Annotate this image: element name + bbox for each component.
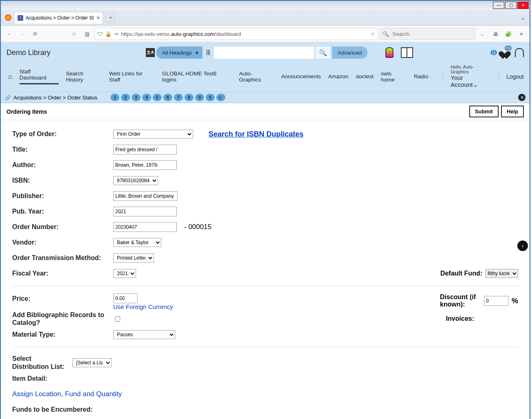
step-pill[interactable]: 9 bbox=[195, 94, 204, 101]
account-name: Your Account⌄ bbox=[451, 74, 491, 88]
back-button[interactable]: ← bbox=[3, 28, 15, 40]
title-input[interactable] bbox=[113, 145, 177, 154]
extensions-icon[interactable]: 🧩 bbox=[503, 28, 514, 40]
nav-amazon[interactable]: Amazon bbox=[328, 73, 349, 79]
reload-button[interactable]: ⟳ bbox=[29, 28, 41, 40]
label-order-number: Order Number: bbox=[12, 223, 106, 231]
nav-global-home[interactable]: GLOBAL HOME Test6 logins bbox=[162, 71, 232, 83]
bookmark-star-icon[interactable]: ☆ bbox=[68, 28, 80, 40]
transmission-select[interactable]: Printed Letter bbox=[113, 254, 154, 262]
search-category-select[interactable]: All Headings bbox=[156, 46, 202, 59]
label-transmission: Order Transmission Method: bbox=[12, 254, 106, 262]
nav-doctest[interactable]: doctest bbox=[356, 73, 374, 79]
favorites-icon-wrap[interactable]: F9 bbox=[500, 48, 509, 57]
forward-button[interactable]: → bbox=[16, 28, 28, 40]
step-pill[interactable]: 8 bbox=[185, 94, 193, 101]
step-pill[interactable]: 5 bbox=[153, 94, 162, 101]
step-pill[interactable]: L bbox=[216, 94, 225, 101]
bookmark-page-icon[interactable]: ☆ bbox=[370, 31, 375, 37]
step-pill[interactable]: 0 bbox=[206, 94, 215, 101]
language-icon[interactable]: 文A bbox=[146, 48, 155, 57]
catalog-search-input[interactable] bbox=[214, 46, 314, 59]
label-title: Title: bbox=[12, 146, 106, 153]
window-titlebar: — ▢ ✕ bbox=[1, 1, 530, 10]
separator bbox=[443, 71, 443, 82]
breadcrumb[interactable]: Acquisitions > Order > Order Status bbox=[13, 95, 97, 101]
foreign-currency-link[interactable]: Use Foreign Currency bbox=[113, 303, 173, 310]
pocket-icon[interactable]: ⌵ bbox=[477, 28, 488, 40]
order-number-input[interactable] bbox=[113, 222, 177, 232]
menu-button[interactable]: ≡ bbox=[516, 28, 527, 40]
separator bbox=[499, 71, 499, 82]
label-isbn: ISBN: bbox=[12, 177, 106, 184]
window-maximize-button[interactable]: ▢ bbox=[505, 2, 517, 9]
nav-web-links[interactable]: Web Links for Staff bbox=[109, 71, 155, 83]
type-of-order-select[interactable]: Firm Order bbox=[113, 130, 193, 139]
label-item-detail: Item Detail: bbox=[12, 375, 47, 382]
assign-location-link[interactable]: Assign Location, Fund and Quantity bbox=[12, 390, 122, 398]
catalog-search-button[interactable]: 🔍 bbox=[316, 46, 330, 59]
add-bib-checkbox[interactable] bbox=[115, 316, 120, 322]
browser-search-input[interactable] bbox=[391, 31, 472, 37]
collapse-panel-button[interactable]: ‹ bbox=[517, 240, 528, 251]
search-icon: 🔍 bbox=[383, 31, 389, 37]
nav-staff-dashboard[interactable]: Staff Dashboard bbox=[20, 68, 59, 84]
order-number-suffix: - 000015 bbox=[184, 223, 211, 231]
browse-icon[interactable] bbox=[401, 47, 413, 58]
vendor-select[interactable]: Baker & Taylor bbox=[113, 238, 161, 247]
dist-list-select[interactable]: [Select a List] bbox=[73, 358, 112, 367]
nav-auto-graphics[interactable]: Auto-Graphics bbox=[239, 71, 274, 83]
label-price: Price: bbox=[12, 293, 106, 302]
chain-icon bbox=[5, 95, 11, 101]
nav-announcements[interactable]: Announcements bbox=[281, 73, 321, 79]
idea-icon[interactable] bbox=[385, 47, 394, 58]
browser-tab-active[interactable]: ⌗ Acquisitions > Order > Order St ✕ bbox=[14, 12, 103, 24]
browser-search-box[interactable]: 🔍 bbox=[380, 28, 475, 40]
search-isbn-duplicates-link[interactable]: Search for ISBN Duplicates bbox=[209, 130, 303, 139]
database-icon[interactable]: 🗄 bbox=[204, 47, 212, 58]
tabs-dropdown-icon[interactable]: ⌄ bbox=[521, 14, 525, 21]
account-menu[interactable]: Hello, Auto-Graphics Your Account⌄ bbox=[451, 64, 491, 88]
step-pill[interactable]: 1 bbox=[110, 94, 119, 101]
new-tab-button[interactable]: ＋ bbox=[106, 13, 115, 22]
form-scroll-area[interactable]: Type of Order: Firm Order Search for ISB… bbox=[1, 120, 530, 419]
help-button[interactable]: Help bbox=[501, 106, 524, 117]
print-icon[interactable]: 🖶 bbox=[490, 28, 501, 40]
isbn-select[interactable]: 9780316200646 bbox=[113, 176, 158, 185]
window-minimize-button[interactable]: — bbox=[493, 2, 504, 9]
price-input[interactable] bbox=[113, 293, 138, 303]
step-pill[interactable]: 4 bbox=[142, 94, 151, 101]
library-name: Demo Library bbox=[7, 49, 51, 57]
step-pill[interactable]: 6 bbox=[163, 94, 172, 101]
logout-link[interactable]: Logout bbox=[506, 73, 524, 80]
notifications-icon[interactable] bbox=[515, 48, 524, 57]
hello-text: Hello, Auto-Graphics bbox=[451, 64, 491, 74]
fiscal-year-select[interactable]: 2021 bbox=[113, 269, 136, 278]
step-pill[interactable]: 3 bbox=[132, 94, 141, 101]
tab-favicon-icon: ⌗ bbox=[18, 15, 23, 21]
step-pill[interactable]: 2 bbox=[121, 94, 130, 101]
publisher-input[interactable] bbox=[113, 191, 178, 201]
window-close-button[interactable]: ✕ bbox=[517, 2, 529, 9]
address-bar[interactable]: 🛡 🔒 ⊶ https://qa-swls-verso.auto-graphic… bbox=[95, 28, 378, 40]
app-header: Demo Library 文A All Headings 🗄 🔍 Advance… bbox=[1, 42, 530, 62]
label-pub-year: Pub. Year: bbox=[12, 208, 106, 215]
pub-year-input[interactable] bbox=[113, 207, 177, 216]
section-divider bbox=[12, 347, 518, 347]
tab-close-icon[interactable]: ✕ bbox=[96, 15, 100, 21]
default-fund-select[interactable]: flithy lucre bbox=[486, 269, 518, 278]
material-type-select[interactable]: Passes bbox=[113, 330, 175, 339]
library-icon[interactable]: ▥ bbox=[81, 28, 93, 40]
step-pill[interactable]: 7 bbox=[174, 94, 183, 101]
home-icon[interactable]: ⌂ bbox=[8, 73, 12, 80]
favorites-badge: F9 bbox=[505, 46, 512, 51]
nav-search-history[interactable]: Search History bbox=[66, 71, 102, 83]
discount-input[interactable] bbox=[484, 296, 508, 306]
breadcrumb-row: Acquisitions > Order > Order Status 1 2 … bbox=[1, 92, 530, 103]
advanced-search-button[interactable]: Advanced bbox=[332, 46, 367, 59]
nav-swls-home[interactable]: swls home bbox=[381, 71, 407, 83]
nav-radio[interactable]: Radio bbox=[414, 73, 428, 79]
author-input[interactable] bbox=[113, 160, 177, 170]
submit-button[interactable]: Submit bbox=[469, 106, 499, 117]
close-panel-icon[interactable]: ✕ bbox=[518, 94, 525, 101]
